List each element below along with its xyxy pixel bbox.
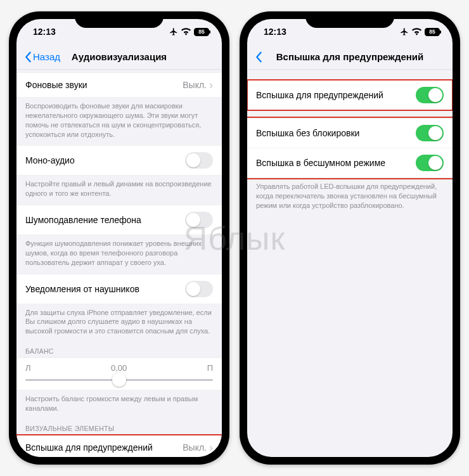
- settings-content[interactable]: Фоновые звуки Выкл. Воспроизводить фонов…: [16, 70, 222, 457]
- back-button[interactable]: Назад: [24, 51, 60, 63]
- status-time: 12:13: [264, 27, 286, 37]
- mono-audio-toggle[interactable]: [185, 152, 213, 169]
- flash-silent-row[interactable]: Вспышка в бесшумном режиме: [247, 148, 453, 178]
- row-label: Шумоподавление телефона: [25, 215, 141, 225]
- mono-audio-row[interactable]: Моно-аудио: [16, 145, 222, 176]
- nav-bar: Назад Аудиовизуализация: [16, 44, 222, 70]
- balance-labels: Л 0,00 П: [25, 363, 213, 373]
- status-icons: 85: [400, 27, 440, 36]
- balance-thumb[interactable]: [112, 373, 126, 387]
- balance-center: 0,00: [111, 363, 127, 373]
- noise-cancellation-toggle[interactable]: [185, 212, 213, 228]
- background-sounds-footer: Воспроизводить фоновые звуки для маскиро…: [16, 98, 222, 145]
- headphone-notifications-toggle[interactable]: [185, 281, 213, 297]
- chevron-icon: [209, 79, 213, 91]
- noise-cancellation-footer: Функция шумоподавления понижает уровень …: [16, 235, 222, 274]
- row-label: Вспышка без блокировки: [256, 128, 359, 138]
- mono-audio-footer: Настройте правый и левый динамик на восп…: [16, 176, 222, 205]
- back-label: Назад: [33, 51, 60, 62]
- balance-header: БАЛАНС: [16, 342, 222, 357]
- chevron-icon: [209, 442, 213, 453]
- wifi-icon: [181, 28, 191, 35]
- row-label: Уведомления от наушников: [25, 284, 139, 294]
- page-title: Вспышка для предупреждений: [247, 51, 453, 62]
- balance-track[interactable]: [25, 379, 213, 381]
- flash-alerts-row[interactable]: Вспышка для предупреждений Выкл.: [16, 435, 222, 457]
- group-2: Вспышка без блокировки Вспышка в бесшумн…: [247, 118, 453, 178]
- balance-footer: Настроить баланс громкости между левым и…: [16, 390, 222, 420]
- flash-alerts-toggle[interactable]: [416, 87, 444, 103]
- headphone-notifications-row[interactable]: Уведомления от наушников: [16, 274, 222, 304]
- headphone-notifications-footer: Для защиты слуха iPhone отправляет уведо…: [16, 304, 222, 343]
- status-time: 12:13: [33, 27, 56, 37]
- airplane-icon: [400, 27, 409, 36]
- flash-unlocked-toggle[interactable]: [416, 125, 444, 141]
- settings-content[interactable]: Вспышка для предупреждений Вспышка без б…: [247, 70, 453, 457]
- status-icons: 85: [169, 27, 209, 36]
- row-value: Выкл.: [183, 442, 213, 453]
- noise-cancellation-row[interactable]: Шумоподавление телефона: [16, 205, 222, 235]
- flash-alerts-toggle-row[interactable]: Вспышка для предупреждений: [247, 80, 453, 110]
- battery-icon: 85: [425, 28, 440, 36]
- notch: [75, 11, 164, 28]
- row-label: Вспышка для предупреждений: [25, 442, 153, 453]
- phone-right: 12:13 85 Вспышка для предупреждений Вспы…: [240, 11, 460, 465]
- visual-elements-header: ВИЗУАЛЬНЫЕ ЭЛЕМЕНТЫ: [16, 420, 222, 435]
- battery-icon: 85: [194, 28, 209, 36]
- row-label: Вспышка в бесшумном режиме: [256, 158, 385, 168]
- balance-slider-row[interactable]: Л 0,00 П: [16, 357, 222, 390]
- flash-footer: Управлять работой LED-вспышки для предуп…: [247, 178, 453, 217]
- back-button[interactable]: [255, 51, 262, 63]
- group-1: Вспышка для предупреждений: [247, 80, 453, 110]
- balance-left: Л: [25, 363, 31, 373]
- screen-right: 12:13 85 Вспышка для предупреждений Вспы…: [247, 19, 453, 457]
- balance-right: П: [207, 363, 213, 373]
- row-value: Выкл.: [183, 79, 213, 91]
- screen-left: 12:13 85 Назад Аудиовизуализация Фоновые…: [16, 19, 222, 457]
- wifi-icon: [412, 28, 421, 35]
- row-label: Моно-аудио: [25, 155, 75, 165]
- nav-bar: Вспышка для предупреждений: [247, 44, 453, 70]
- notch: [305, 11, 394, 28]
- flash-silent-toggle[interactable]: [416, 155, 444, 171]
- airplane-icon: [169, 27, 178, 36]
- phone-left: 12:13 85 Назад Аудиовизуализация Фоновые…: [9, 11, 229, 465]
- flash-unlocked-row[interactable]: Вспышка без блокировки: [247, 118, 453, 148]
- row-label: Фоновые звуки: [25, 80, 87, 90]
- row-label: Вспышка для предупреждений: [256, 90, 383, 100]
- background-sounds-row[interactable]: Фоновые звуки Выкл.: [16, 72, 222, 98]
